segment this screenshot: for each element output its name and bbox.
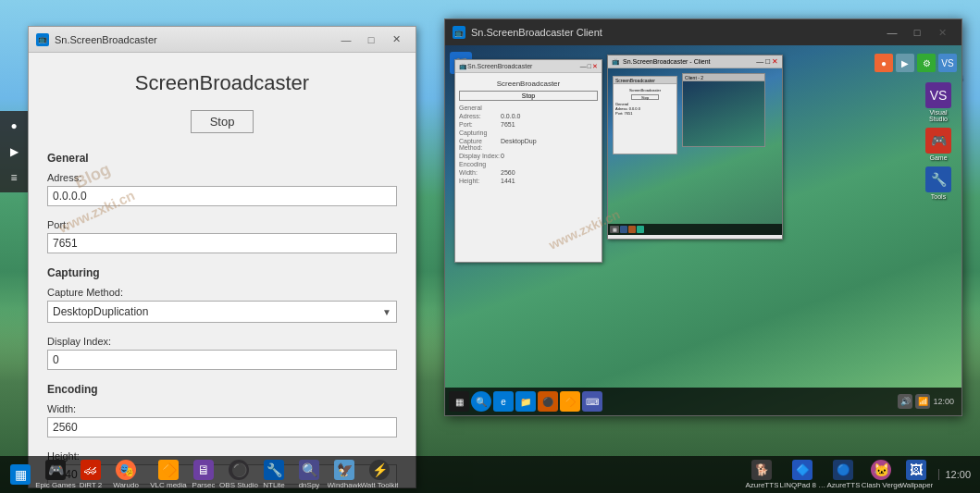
- client-right-desktop-icons: VS Visual Studio 🎮 Game 🔧 Tools: [920, 82, 957, 200]
- taskbar-azuretts[interactable]: 🔵 AzureTTS: [824, 458, 862, 491]
- main-window-icon: 📺: [36, 33, 49, 46]
- main-window-close[interactable]: ✕: [384, 31, 408, 48]
- left-panel-icon-3[interactable]: ≡: [3, 166, 25, 189]
- taskbar-windhawk[interactable]: 🦅 Windhawk: [328, 458, 361, 491]
- deep-nested-task-2: [620, 226, 627, 233]
- display-index-field-group: Display Index:: [47, 336, 397, 370]
- nested-client-title-text: Sn.ScreenBroadcaster - Client: [623, 58, 711, 65]
- general-section-heading: General: [47, 152, 397, 165]
- nested-row-capture-method: Capture Method: DesktopDup: [459, 138, 598, 151]
- deep-nested-2: Client - 2: [682, 73, 765, 147]
- width-label: Width:: [47, 403, 397, 414]
- client-icon-game[interactable]: 🎮 Game: [920, 128, 957, 161]
- nested-row-height: Height: 1441: [459, 178, 598, 184]
- nested-screencaster-window: 📺 Sn.ScreenBroadcaster — □ ✕ ScreenBroad…: [454, 59, 602, 263]
- taskbar-parsec[interactable]: 🖥 Parsec: [187, 458, 220, 491]
- encoding-section-heading: Encoding: [47, 383, 397, 396]
- client-clock: 12:00: [933, 397, 954, 406]
- client-icon-tool[interactable]: 🔧 Tools: [920, 166, 957, 200]
- nested-client-screenshot: ScreenBroadcaster ScreenBroadcaster Stop…: [608, 68, 782, 235]
- client-r-icon-2: ▶: [896, 54, 914, 72]
- nested-rows: General Adress: 0.0.0.0 Port: 7651: [459, 105, 598, 184]
- port-field-group: Port:: [47, 219, 397, 253]
- client-task-sys-1[interactable]: 🔊: [898, 394, 912, 409]
- taskbar-clash-verge[interactable]: 🐱 Clash Verge: [864, 458, 898, 491]
- client-window-close[interactable]: ✕: [930, 24, 954, 41]
- address-field-group: Adress:: [47, 172, 397, 206]
- client-titlebar[interactable]: 📺 Sn.ScreenBroadcaster Client — □ ✕: [445, 19, 961, 45]
- client-task-explorer[interactable]: 📁: [515, 391, 536, 412]
- width-input[interactable]: [47, 417, 397, 438]
- taskbar-icon-snoop[interactable]: 🐕 AzureTTS: [742, 458, 781, 491]
- nested-row-display: Display Index: 0: [459, 153, 598, 159]
- deep-nested-1-content: ScreenBroadcaster Stop General Adress: 0…: [614, 84, 676, 117]
- deep-nested-taskbar: ▦: [608, 224, 782, 235]
- client-icon-vs[interactable]: VS Visual Studio: [920, 82, 957, 122]
- client-task-search[interactable]: 🔍: [471, 391, 491, 412]
- capturing-section-heading: Capturing: [47, 266, 397, 279]
- left-panel-icon-1[interactable]: ●: [3, 115, 25, 137]
- nested-row-width: Width: 2560: [459, 169, 598, 176]
- taskbar-obs[interactable]: ⚫ OBS Studio: [222, 458, 255, 491]
- deep-nested-1: ScreenBroadcaster ScreenBroadcaster Stop…: [613, 76, 677, 154]
- taskbar-epic-games[interactable]: 🎮 Epic Games: [39, 458, 72, 491]
- client-window-minimize[interactable]: —: [880, 24, 904, 41]
- main-window-title: Sn.ScreenBroadcaster: [55, 34, 329, 45]
- client-window-icon: 📺: [453, 26, 465, 39]
- main-window-titlebar[interactable]: 📺 Sn.ScreenBroadcaster — □ ✕: [29, 27, 416, 53]
- taskbar-vlc[interactable]: 🔶 VLC media: [152, 458, 185, 491]
- address-input[interactable]: [47, 186, 397, 206]
- client-task-code[interactable]: ⌨: [582, 391, 602, 412]
- left-panel: ● ▶ ≡: [0, 111, 28, 192]
- taskbar-warudo[interactable]: 🎭 Warudo: [109, 458, 143, 491]
- capture-method-select-wrapper: DesktopDuplication GDI DirectX ▼: [47, 301, 397, 323]
- taskbar-dnspy[interactable]: 🔍 dnSpy: [292, 458, 326, 491]
- client-r-icon-1: ●: [875, 54, 893, 72]
- nested-client-window: 📺 Sn.ScreenBroadcaster - Client —□✕ Scre…: [607, 55, 783, 240]
- capture-method-field-group: Capture Method: DesktopDuplication GDI D…: [47, 287, 397, 323]
- main-window-minimize[interactable]: —: [334, 31, 358, 48]
- system-clock: 12:00: [945, 469, 971, 480]
- app-title: ScreenBroadcaster: [47, 71, 397, 95]
- client-task-start[interactable]: ▦: [449, 391, 469, 412]
- client-task-vlc[interactable]: 🔶: [560, 391, 580, 412]
- client-window-title: Sn.ScreenBroadcaster Client: [471, 27, 875, 38]
- nested-titlebar: 📺 Sn.ScreenBroadcaster — □ ✕: [455, 60, 602, 73]
- taskbar-ntlite[interactable]: 🔧 NTLite: [257, 458, 291, 491]
- client-screencaster-window: 📺 Sn.ScreenBroadcaster Client — □ ✕ 📁 ● …: [444, 18, 962, 416]
- width-field-group: Width:: [47, 403, 397, 438]
- taskbar-right-icons: 🐕 AzureTTS 🔷 LINQPad 8 (x64) 🔵 AzureTTS: [742, 458, 862, 491]
- nested-app-title: ScreenBroadcaster: [459, 80, 598, 88]
- taskbar-watt[interactable]: ⚡ Watt Toolkit: [363, 458, 396, 491]
- display-index-input[interactable]: [47, 350, 397, 370]
- stop-btn-container: Stop: [47, 110, 397, 133]
- nested-row-encoding: Encoding: [459, 161, 598, 167]
- taskbar-dirt[interactable]: 🏎 DiRT 2: [74, 458, 107, 491]
- nested-title-text: Sn.ScreenBroadcaster: [467, 63, 532, 69]
- main-window-content: ScreenBroadcaster Stop General Adress: P…: [29, 53, 416, 487]
- client-task-obs[interactable]: ⚫: [538, 391, 558, 412]
- port-label: Port:: [47, 219, 397, 230]
- stop-button[interactable]: Stop: [191, 110, 254, 133]
- nested-row-general: General: [459, 105, 598, 111]
- client-task-edge[interactable]: e: [493, 391, 514, 412]
- main-window-maximize[interactable]: □: [359, 31, 383, 48]
- deep-nested-task-1: ▦: [610, 226, 619, 233]
- nested-row-address: Adress: 0.0.0.0: [459, 113, 598, 119]
- port-input[interactable]: [47, 233, 397, 253]
- taskbar-icon-linq[interactable]: 🔷 LINQPad 8 (x64): [783, 458, 822, 491]
- left-panel-icon-2[interactable]: ▶: [3, 141, 25, 163]
- client-r-icon-4: VS: [938, 54, 957, 72]
- client-taskbar: ▦ 🔍 e 📁 ⚫ 🔶 ⌨ 🔊 📶 12:00: [445, 388, 961, 415]
- desktop-background: www.zxki.cn www.zxki.cn Blog ● ▶ ≡ 🔵 Azu…: [0, 0, 980, 493]
- nested-stop-btn[interactable]: Stop: [459, 91, 598, 101]
- taskbar-wallpaper[interactable]: 🖼 Wallpaper: [899, 458, 933, 491]
- client-task-sys-2[interactable]: 📶: [915, 394, 930, 409]
- client-window-maximize[interactable]: □: [905, 24, 929, 41]
- capture-method-select[interactable]: DesktopDuplication GDI DirectX: [47, 301, 397, 323]
- display-index-label: Display Index:: [47, 336, 397, 347]
- taskbar-start[interactable]: ▦: [4, 458, 37, 491]
- address-label: Adress:: [47, 172, 397, 183]
- deep-nested-task-3: [628, 226, 636, 233]
- deep-nested-1-title: ScreenBroadcaster: [614, 77, 676, 84]
